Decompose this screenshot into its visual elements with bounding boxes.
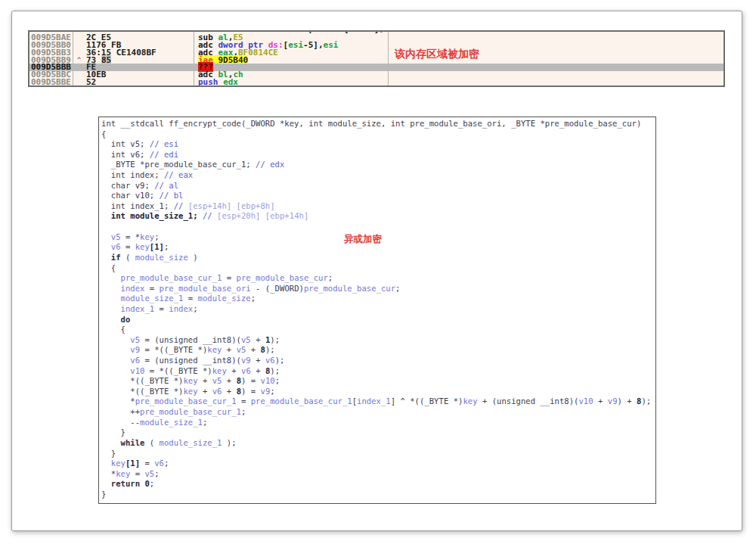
- code-line[interactable]: while ( module_size_1 );: [101, 438, 655, 449]
- disasm-address: 009D5BBE: [29, 79, 73, 86]
- code-line[interactable]: do: [101, 315, 655, 325]
- code-line[interactable]: int v6; // edi: [101, 150, 655, 160]
- code-line[interactable]: return 0;: [101, 479, 655, 490]
- code-token: v5: [111, 232, 121, 241]
- code-token: [101, 284, 121, 293]
- code-token: v6: [130, 356, 140, 365]
- content-card: dword ptr ds:[esi-5],esi 009D5BAE2C E5su…: [11, 11, 742, 531]
- code-token: {: [101, 129, 106, 138]
- code-line[interactable]: _BYTE *pre_module_base_cur_1; // edx: [101, 160, 655, 170]
- code-line[interactable]: }: [101, 427, 655, 438]
- code-token: ): [188, 253, 198, 262]
- code-token: *((_BYTE *): [101, 376, 183, 385]
- code-token: ;: [164, 242, 169, 251]
- code-line[interactable]: key[1] = v6;: [101, 459, 655, 469]
- code-token: =: [222, 273, 236, 282]
- code-line[interactable]: if ( module_size ): [101, 253, 655, 263]
- code-line[interactable]: index_1 = index;: [101, 304, 655, 315]
- disassembly-rows: 009D5BAE2C E5sub al,E5009D5BB01176 FBadc…: [29, 34, 723, 86]
- code-token: //: [174, 201, 188, 210]
- code-token: [101, 253, 111, 262]
- code-token: +: [222, 345, 236, 354]
- code-token: v6: [212, 387, 222, 396]
- code-token: [101, 242, 111, 251]
- code-token: int module_size_1;: [101, 211, 203, 220]
- code-token: key: [212, 366, 227, 375]
- disasm-row[interactable]: 009D5BB336:15 CE1408BFadc eax,BF0814CE: [29, 49, 723, 57]
- code-line[interactable]: index = pre_module_base_ori - (_DWORD)pr…: [101, 284, 655, 294]
- code-line[interactable]: {: [101, 325, 655, 335]
- code-token: [101, 335, 130, 344]
- code-token: {: [101, 263, 116, 272]
- code-token: //: [203, 211, 217, 220]
- code-line[interactable]: module_size_1 = module_size;: [101, 294, 655, 304]
- code-token: [101, 294, 121, 303]
- disasm-comment: [388, 34, 723, 42]
- code-token: +: [222, 376, 236, 385]
- code-line[interactable]: }: [101, 490, 655, 500]
- code-token: v5: [130, 335, 140, 344]
- code-token: // al: [154, 181, 178, 190]
- clipped-top-row-text: dword ptr ds:[esi-5],esi: [279, 32, 399, 33]
- code-token: index: [169, 304, 193, 313]
- code-token: (: [144, 438, 159, 447]
- code-token: = (unsigned __int8)(: [140, 335, 241, 344]
- code-line[interactable]: *pre_module_base_cur_1 = pre_module_base…: [101, 396, 655, 407]
- code-token: [101, 366, 130, 375]
- code-token: // eax: [164, 170, 193, 179]
- disasm-bytes: 52: [73, 79, 194, 86]
- code-line[interactable]: char v9; // al: [101, 181, 655, 191]
- code-line[interactable]: *((_BYTE *)key + v5 + 8) = v10;: [101, 376, 655, 387]
- code-token: char v9;: [101, 181, 154, 190]
- code-line[interactable]: {: [101, 129, 655, 140]
- code-token: ;: [203, 418, 207, 427]
- code-token: ;: [154, 469, 159, 478]
- disasm-row[interactable]: 009D5BAE2C E5sub al,E5: [29, 34, 723, 42]
- code-token: = *((_BYTE *): [144, 366, 212, 375]
- code-token: index_1: [121, 304, 155, 313]
- code-line[interactable]: [101, 222, 655, 232]
- code-token: module_size_1: [160, 438, 222, 447]
- code-token: ;: [328, 273, 333, 282]
- code-line[interactable]: {: [101, 263, 655, 274]
- disasm-row[interactable]: 009D5BB9^73 85jae 9D5B40: [29, 57, 723, 64]
- disasm-row[interactable]: 009D5BBC10EBadc bl,ch: [29, 71, 723, 79]
- code-token: = (unsigned __int8)(: [140, 356, 241, 365]
- code-line[interactable]: v6 = (unsigned __int8)(v9 + v6);: [101, 356, 655, 366]
- code-line[interactable]: int module_size_1; // [esp+20h] [ebp+14h…: [101, 211, 655, 222]
- code-token: );: [641, 396, 651, 406]
- code-token: [101, 304, 121, 313]
- code-token: v9: [130, 345, 140, 354]
- code-token: +: [251, 356, 265, 365]
- code-line[interactable]: ++pre_module_base_cur_1;: [101, 407, 655, 418]
- code-line[interactable]: int v5; // esi: [101, 139, 655, 150]
- code-token: v6: [265, 356, 275, 365]
- code-token: =: [183, 294, 197, 303]
- code-line[interactable]: int index; // eax: [101, 170, 655, 181]
- code-line[interactable]: *key = v5;: [101, 469, 655, 480]
- code-line[interactable]: v5 = (unsigned __int8)(v5 + 1);: [101, 335, 655, 346]
- code-token: pre_module_base_cur_1: [140, 407, 241, 416]
- code-token: ;: [154, 232, 159, 241]
- code-token: int v6;: [101, 150, 150, 159]
- code-token: +: [593, 396, 608, 406]
- code-line[interactable]: }: [101, 449, 655, 459]
- disasm-row[interactable]: 009D5BBE52push edx: [29, 79, 723, 86]
- disasm-instruction-text: push: [198, 77, 223, 87]
- code-token: index: [121, 284, 145, 293]
- code-line[interactable]: char v10; // bl: [101, 191, 655, 201]
- code-token: v9: [261, 387, 271, 396]
- code-line[interactable]: int __stdcall ff_encrypt_code(_DWORD *ke…: [101, 119, 655, 129]
- code-token: int index_1;: [101, 201, 174, 210]
- code-line[interactable]: *((_BYTE *)key + v6 + 8) = v9;: [101, 387, 655, 397]
- code-token: [1]: [125, 459, 140, 468]
- code-line[interactable]: pre_module_base_cur_1 = pre_module_base_…: [101, 273, 655, 284]
- code-line[interactable]: --module_size_1;: [101, 418, 655, 428]
- code-line[interactable]: v10 = *((_BYTE *)key + v6 + 8);: [101, 366, 655, 377]
- code-line[interactable]: v9 = *((_BYTE *)key + v5 + 8);: [101, 345, 655, 356]
- disasm-row-selected[interactable]: 009D5BBBFE???: [29, 64, 723, 71]
- code-line[interactable]: int index_1; // [esp+14h] [ebp+8h]: [101, 201, 655, 212]
- code-token: key: [463, 396, 477, 406]
- code-token: pre_module_base_cur_1: [121, 273, 222, 282]
- screenshot-page: dword ptr ds:[esi-5],esi 009D5BAE2C E5su…: [0, 0, 756, 544]
